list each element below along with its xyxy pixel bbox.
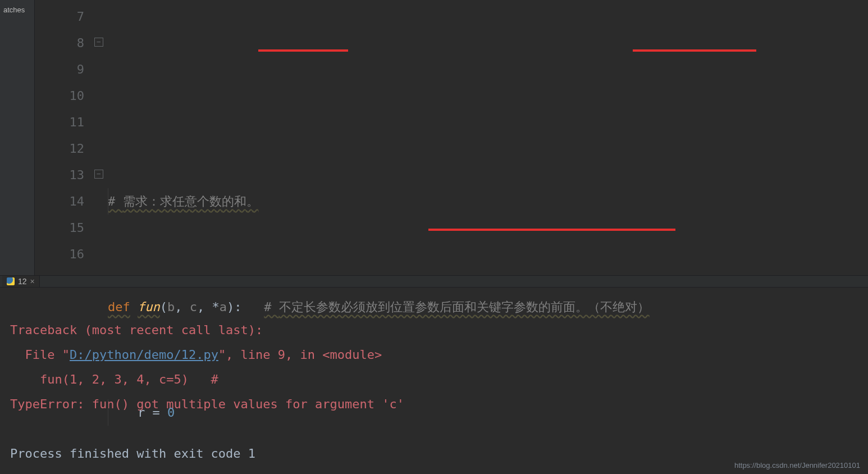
code-editor[interactable]: 7 8− 9 10 11 12 13− 14 15 16 # 需求：求任意个数的… <box>35 0 868 275</box>
code-line: r = 0 <box>108 399 868 426</box>
error-underline <box>428 229 675 231</box>
error-underline <box>633 49 756 52</box>
code-line: def fun(b, c, *a): # 不定长参数必须放到位置参数后面和关键字… <box>108 294 868 320</box>
watermark-text: https://blog.csdn.net/Jennifer20210101 <box>734 461 860 470</box>
sidebar-label-watches[interactable]: atches <box>0 6 34 14</box>
close-icon[interactable]: × <box>30 277 35 286</box>
fold-icon[interactable]: − <box>94 38 103 47</box>
python-icon <box>7 277 15 285</box>
code-content[interactable]: # 需求：求任意个数的和。 def fun(b, c, *a): # 不定长参数… <box>108 0 868 275</box>
run-tab-label: 12 <box>18 277 27 286</box>
code-line: # 需求：求任意个数的和。 <box>108 188 868 215</box>
run-tab[interactable]: 12 × <box>2 276 40 287</box>
error-underline <box>258 49 348 52</box>
sidebar-panel: atches <box>0 0 35 275</box>
fold-icon[interactable]: − <box>94 170 103 179</box>
line-number-gutter: 7 8− 9 10 11 12 13− 14 15 16 <box>35 0 108 275</box>
